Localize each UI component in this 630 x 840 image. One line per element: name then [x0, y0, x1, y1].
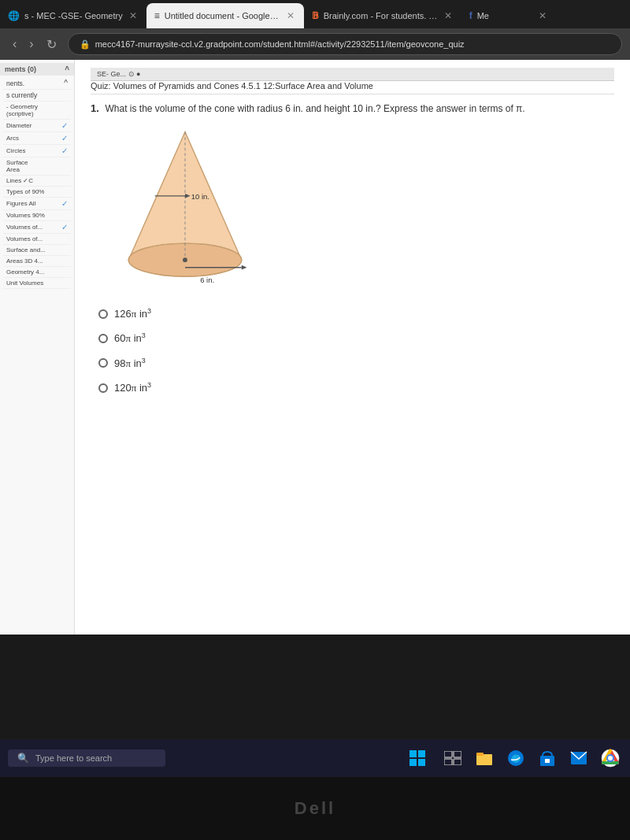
explorer-icon	[476, 750, 493, 766]
mail-icon	[570, 751, 587, 765]
answer-text-b: 60π in3	[114, 331, 146, 345]
answer-option-d[interactable]: 120π in3	[98, 381, 614, 394]
question-text: What is the volume of the cone with radi…	[105, 103, 524, 114]
sidebar-item-nents[interactable]: nents. ^	[3, 77, 71, 90]
sidebar-item-arcs[interactable]: Arcs ✓	[3, 132, 71, 145]
quiz-title: Quiz: Volumes of Pyramids and Cones 4.5.…	[91, 81, 373, 91]
answer-option-a[interactable]: 126π in3	[98, 307, 614, 320]
question-number: 1.	[91, 102, 102, 114]
svg-rect-13	[410, 759, 417, 766]
tab-geometry-icon: 🌐	[8, 10, 20, 21]
svg-rect-18	[454, 759, 461, 765]
task-view-button[interactable]	[441, 746, 465, 770]
tab-facebook[interactable]: f Me ✕	[461, 3, 556, 28]
taskbar-icons	[398, 742, 622, 774]
check-volumes: ✓	[61, 223, 68, 231]
edge-icon	[507, 749, 524, 767]
search-placeholder: Type here to search	[35, 753, 112, 763]
svg-rect-11	[410, 750, 417, 757]
mail-button[interactable]	[567, 746, 591, 770]
tab-docs-close[interactable]: ✕	[285, 9, 296, 23]
check-figures: ✓	[61, 199, 68, 208]
sidebar-item-surface-vol[interactable]: Surface and...	[3, 245, 71, 256]
sidebar-item-diameter[interactable]: Diameter ✓	[3, 120, 71, 132]
search-icon: 🔍	[17, 753, 29, 764]
edge-button[interactable]	[504, 746, 528, 770]
answer-text-c: 98π in3	[114, 357, 146, 370]
sidebar-item-types[interactable]: Types of 90%	[3, 187, 71, 198]
address-bar: ‹ › ↻ 🔒 mecc4167-murraysite-ccl.v2.gradp…	[0, 28, 630, 60]
tab-geometry-close[interactable]: ✕	[128, 9, 139, 23]
sidebar-item-volumes90[interactable]: Volumes 90%	[3, 210, 71, 221]
sidebar-item-areas3d[interactable]: Areas 3D 4...	[3, 256, 71, 267]
cone-diagram: 10 in. 6 in.	[106, 124, 264, 298]
svg-rect-15	[444, 751, 452, 757]
svg-text:10 in.: 10 in.	[191, 192, 209, 201]
quiz-header: Quiz: Volumes of Pyramids and Cones 4.5.…	[91, 81, 614, 94]
tab-facebook-title: Me	[477, 11, 532, 20]
sidebar-item-currently[interactable]: s currently	[3, 90, 71, 102]
breadcrumb-se: SE- Ge... ⊙ ●	[97, 70, 140, 78]
back-button[interactable]: ‹	[8, 35, 21, 53]
assignments-label: ments (0)	[5, 65, 36, 73]
radio-a[interactable]	[98, 309, 108, 319]
tab-geometry[interactable]: 🌐 s - MEC -GSE- Geometry ✕	[0, 3, 146, 28]
sidebar-item-geom4[interactable]: Geometry 4...	[3, 267, 71, 278]
tab-facebook-close[interactable]: ✕	[537, 9, 548, 23]
sidebar-item-figures[interactable]: Figures All ✓	[3, 198, 71, 210]
svg-rect-17	[444, 759, 452, 765]
svg-rect-14	[418, 759, 425, 766]
tab-brainly-close[interactable]: ✕	[443, 9, 454, 23]
sidebar: ments (0) ^ nents. ^ s currently - Geome…	[0, 60, 75, 635]
store-button[interactable]	[536, 746, 559, 770]
answer-text-d: 120π in3	[114, 381, 151, 394]
sidebar-item-geometry[interactable]: - Geometry(scriptive)	[3, 102, 71, 120]
tab-docs-icon: ≡	[154, 10, 160, 21]
sidebar-section: nents. ^ s currently - Geometry(scriptiv…	[0, 76, 74, 290]
refresh-button[interactable]: ↻	[42, 35, 61, 54]
radio-b[interactable]	[98, 334, 108, 343]
cone-svg: 10 in. 6 in.	[106, 124, 264, 298]
answers: 126π in3 60π in3 98π in3 120π in3	[98, 307, 614, 394]
tab-bar: 🌐 s - MEC -GSE- Geometry ✕ ≡ Untitled do…	[0, 0, 630, 28]
sidebar-item-volumes-of[interactable]: Volumes of... ✓	[3, 221, 71, 234]
check-circles: ✓	[61, 146, 68, 155]
svg-marker-9	[242, 265, 247, 270]
tab-docs[interactable]: ≡ Untitled document - Google Dor ✕	[146, 3, 304, 28]
sidebar-item-lines[interactable]: Lines ✓C	[3, 176, 71, 187]
chrome-button[interactable]	[598, 746, 622, 770]
chrome-icon	[601, 749, 620, 768]
answer-text-a: 126π in3	[114, 307, 151, 320]
answer-option-b[interactable]: 60π in3	[98, 331, 614, 345]
svg-point-29	[608, 756, 613, 760]
tab-docs-title: Untitled document - Google Dor	[165, 11, 280, 20]
radio-d[interactable]	[98, 383, 108, 393]
explorer-button[interactable]	[472, 746, 496, 770]
forward-button[interactable]: ›	[24, 35, 38, 53]
nav-buttons: ‹ › ↻	[8, 35, 61, 54]
address-text: mecc4167-murraysite-ccl.v2.gradpoint.com…	[95, 39, 465, 49]
sidebar-assignments: ments (0) ^	[0, 63, 74, 76]
answer-option-c[interactable]: 98π in3	[98, 357, 614, 370]
radio-c[interactable]	[98, 358, 108, 368]
sidebar-item-circles[interactable]: Circles ✓	[3, 145, 71, 157]
tab-facebook-icon: f	[469, 10, 472, 21]
tab-brainly[interactable]: 𝔹 Brainly.com - For students. By st ✕	[304, 3, 461, 28]
question-block: 1. What is the volume of the cone with r…	[91, 101, 614, 115]
windows-icon	[410, 750, 425, 766]
svg-rect-16	[454, 751, 461, 757]
svg-point-7	[183, 257, 187, 262]
lock-icon: 🔒	[80, 39, 91, 50]
main-content: SE- Ge... ⊙ ● Quiz: Volumes of Pyramids …	[75, 60, 630, 635]
search-box[interactable]: 🔍 Type here to search	[8, 749, 165, 767]
bottom-area: Dell	[0, 777, 630, 840]
check-diameter: ✓	[61, 121, 68, 130]
sidebar-item-unit-vol[interactable]: Unit Volumes	[3, 278, 71, 289]
address-input[interactable]: 🔒 mecc4167-murraysite-ccl.v2.gradpoint.c…	[68, 33, 622, 55]
start-button[interactable]	[402, 742, 433, 774]
sidebar-item-volumes2[interactable]: Volumes of...	[3, 234, 71, 245]
browser-chrome: 🌐 s - MEC -GSE- Geometry ✕ ≡ Untitled do…	[0, 0, 630, 60]
tab-brainly-icon: 𝔹	[312, 10, 319, 21]
sidebar-item-surface[interactable]: SurfaceArea	[3, 157, 71, 176]
task-view-icon	[444, 751, 461, 765]
